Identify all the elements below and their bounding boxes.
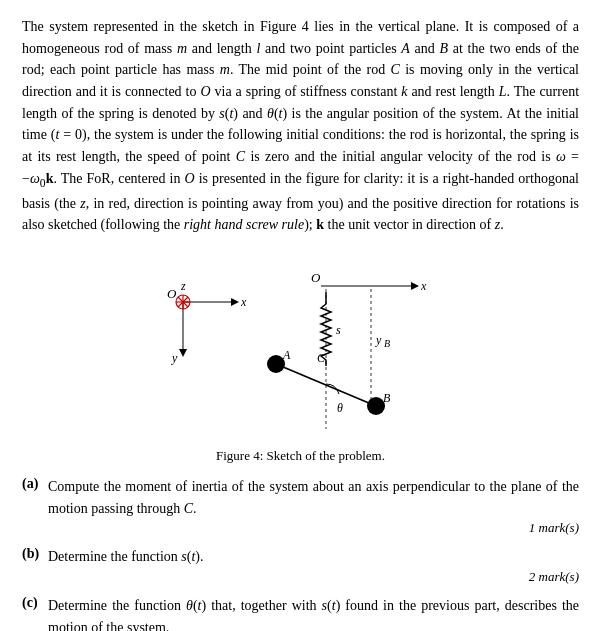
question-b-text: Determine the function s(t).: [48, 546, 579, 568]
svg-text:z: z: [180, 279, 186, 293]
svg-text:B: B: [384, 338, 390, 349]
svg-text:y: y: [171, 351, 178, 365]
svg-marker-15: [411, 282, 419, 290]
svg-text:x: x: [240, 295, 247, 309]
questions-section: (a) Compute the moment of inertia of the…: [22, 476, 579, 631]
question-a-text: Compute the moment of inertia of the sys…: [48, 476, 579, 519]
svg-text:B: B: [383, 391, 391, 405]
svg-text:O: O: [167, 286, 177, 301]
svg-marker-3: [231, 298, 239, 306]
svg-text:x: x: [420, 279, 427, 293]
question-b: (b) Determine the function s(t). 2 mark(…: [22, 546, 579, 585]
svg-text:C: C: [317, 351, 326, 365]
question-a: (a) Compute the moment of inertia of the…: [22, 476, 579, 536]
question-b-label: (b): [22, 546, 44, 562]
svg-text:A: A: [282, 348, 291, 362]
figure-container: O z x y O x: [22, 254, 579, 464]
question-c: (c) Determine the function θ(t) that, to…: [22, 595, 579, 631]
question-c-text: Determine the function θ(t) that, togeth…: [48, 595, 579, 631]
figure-svg: O z x y O x: [121, 254, 481, 444]
question-a-marks: 1 mark(s): [22, 520, 579, 536]
intro-paragraph: The system represented in the sketch in …: [22, 16, 579, 236]
svg-marker-6: [179, 349, 187, 357]
svg-text:O: O: [311, 270, 321, 285]
svg-text:θ: θ: [337, 401, 343, 415]
question-c-label: (c): [22, 595, 44, 611]
question-a-label: (a): [22, 476, 44, 492]
figure-area: O z x y O x: [121, 254, 481, 444]
figure-caption: Figure 4: Sketch of the problem.: [216, 448, 385, 464]
svg-text:y: y: [375, 333, 382, 347]
question-b-marks: 2 mark(s): [22, 569, 579, 585]
svg-text:s: s: [336, 323, 341, 337]
